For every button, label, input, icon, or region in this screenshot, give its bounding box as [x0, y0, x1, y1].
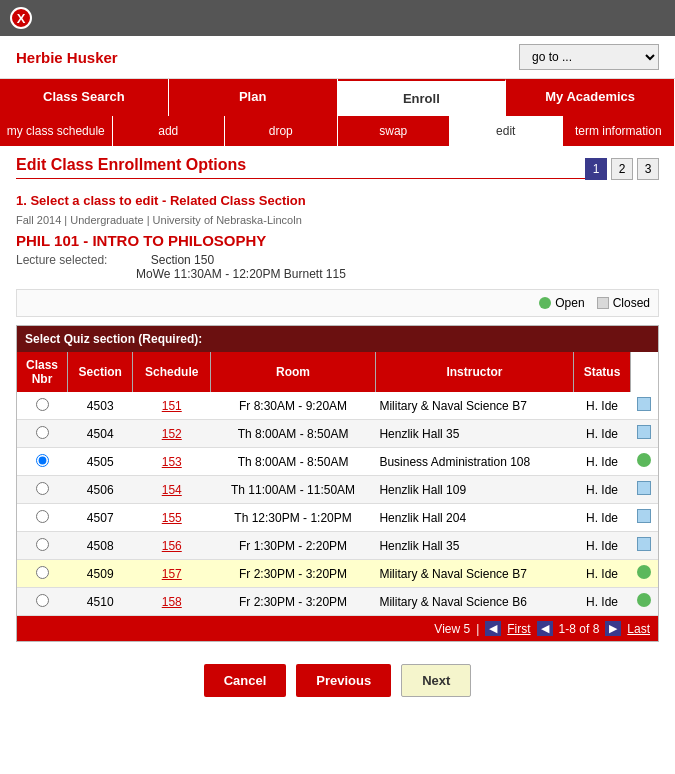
cell-status — [630, 476, 658, 504]
previous-button[interactable]: Previous — [296, 664, 391, 697]
open-status-icon — [637, 565, 651, 579]
content-area: Edit Class Enrollment Options 1 2 3 1. S… — [0, 146, 675, 652]
next-page-icon[interactable]: ▶ — [605, 621, 621, 636]
cell-schedule: Fr 1:30PM - 2:20PM — [211, 532, 376, 560]
cell-instructor: H. Ide — [573, 504, 630, 532]
step-1[interactable]: 1 — [585, 158, 607, 180]
cell-instructor: H. Ide — [573, 560, 630, 588]
section-link[interactable]: 152 — [162, 427, 182, 441]
cell-status — [630, 588, 658, 616]
table-row: 4506154Th 11:00AM - 11:50AMHenzlik Hall … — [17, 476, 658, 504]
closed-status-icon — [637, 397, 651, 411]
lecture-label: Lecture selected: — [16, 253, 107, 267]
subtab-my-class-schedule[interactable]: my class schedule — [0, 116, 113, 146]
next-button[interactable]: Next — [401, 664, 471, 697]
bottom-bar: Cancel Previous Next — [0, 652, 675, 709]
section-info: Section 150 — [151, 253, 214, 267]
cell-room: Military & Naval Science B7 — [375, 392, 573, 420]
view5-label[interactable]: View 5 — [434, 622, 470, 636]
tab-plan[interactable]: Plan — [169, 79, 338, 116]
section-radio[interactable] — [36, 482, 49, 495]
cell-schedule: Fr 8:30AM - 9:20AM — [211, 392, 376, 420]
subtab-term-information[interactable]: term information — [563, 116, 676, 146]
table-row: 4504152Th 8:00AM - 8:50AMHenzlik Hall 35… — [17, 420, 658, 448]
close-button[interactable]: X — [10, 7, 32, 29]
section-link[interactable]: 155 — [162, 511, 182, 525]
cell-schedule: Th 8:00AM - 8:50AM — [211, 448, 376, 476]
first-label[interactable]: First — [507, 622, 530, 636]
section-link[interactable]: 156 — [162, 539, 182, 553]
cell-schedule: Fr 2:30PM - 3:20PM — [211, 560, 376, 588]
first-page-icon[interactable]: ◀ — [485, 621, 501, 636]
cell-room: Henzlik Hall 35 — [375, 420, 573, 448]
cell-instructor: H. Ide — [573, 588, 630, 616]
cell-room: Business Administration 108 — [375, 448, 573, 476]
cancel-button[interactable]: Cancel — [204, 664, 287, 697]
table-footer: View 5 | ◀ First ◀ 1-8 of 8 ▶ Last — [17, 616, 658, 641]
legend-bar: Open Closed — [16, 289, 659, 317]
legend-open-label: Open — [555, 296, 584, 310]
subtab-edit[interactable]: edit — [450, 116, 563, 146]
cell-status — [630, 392, 658, 420]
cell-room: Military & Naval Science B7 — [375, 560, 573, 588]
step-instruction: 1. Select a class to edit - Related Clas… — [16, 193, 659, 208]
section-link[interactable]: 157 — [162, 567, 182, 581]
cell-class-nbr: 4509 — [68, 560, 133, 588]
table-row: 4503151Fr 8:30AM - 9:20AMMilitary & Nava… — [17, 392, 658, 420]
cell-status — [630, 560, 658, 588]
section-radio[interactable] — [36, 566, 49, 579]
step-indicators: 1 2 3 — [585, 158, 659, 180]
user-name: Herbie Husker — [16, 49, 118, 66]
section-link[interactable]: 153 — [162, 455, 182, 469]
cell-status — [630, 532, 658, 560]
sub-tabs: my class schedule add drop swap edit ter… — [0, 116, 675, 146]
table-row: 4510158Fr 2:30PM - 3:20PMMilitary & Nava… — [17, 588, 658, 616]
cell-class-nbr: 4505 — [68, 448, 133, 476]
section-radio[interactable] — [36, 538, 49, 551]
page-range: 1-8 of 8 — [559, 622, 600, 636]
section-radio[interactable] — [36, 594, 49, 607]
col-class-nbr: ClassNbr — [17, 352, 68, 392]
cell-room: Henzlik Hall 204 — [375, 504, 573, 532]
section-radio[interactable] — [36, 426, 49, 439]
goto-select[interactable]: go to ... Class Search Plan Enroll My Ac… — [519, 44, 659, 70]
legend-closed-label: Closed — [613, 296, 650, 310]
step-2[interactable]: 2 — [611, 158, 633, 180]
section-radio[interactable] — [36, 510, 49, 523]
closed-status-icon — [637, 509, 651, 523]
sections-table: ClassNbr Section Schedule Room Instructo… — [17, 352, 658, 616]
breadcrumb: Fall 2014 | Undergraduate | University o… — [16, 214, 659, 226]
title-bar: X — [0, 0, 675, 36]
cell-instructor: H. Ide — [573, 532, 630, 560]
nav-tabs: Class Search Plan Enroll My Academics — [0, 79, 675, 116]
prev-page-icon[interactable]: ◀ — [537, 621, 553, 636]
cell-class-nbr: 4504 — [68, 420, 133, 448]
table-row: 4508156Fr 1:30PM - 2:20PMHenzlik Hall 35… — [17, 532, 658, 560]
col-schedule: Schedule — [133, 352, 211, 392]
step-3[interactable]: 3 — [637, 158, 659, 180]
cell-schedule: Th 11:00AM - 11:50AM — [211, 476, 376, 504]
tab-my-academics[interactable]: My Academics — [506, 79, 675, 116]
col-status: Status — [573, 352, 630, 392]
cell-room: Henzlik Hall 109 — [375, 476, 573, 504]
lecture-info: Lecture selected: Section 150 MoWe 11:30… — [16, 253, 659, 281]
cell-class-nbr: 4510 — [68, 588, 133, 616]
last-label[interactable]: Last — [627, 622, 650, 636]
quiz-section-table: Select Quiz section (Required): ClassNbr… — [16, 325, 659, 642]
cell-class-nbr: 4508 — [68, 532, 133, 560]
page-title: Edit Class Enrollment Options — [16, 156, 585, 179]
course-title: PHIL 101 - INTRO TO PHILOSOPHY — [16, 232, 659, 249]
tab-enroll[interactable]: Enroll — [338, 79, 507, 116]
subtab-add[interactable]: add — [113, 116, 226, 146]
cell-instructor: H. Ide — [573, 420, 630, 448]
quiz-section-header: Select Quiz section (Required): — [17, 326, 658, 352]
section-link[interactable]: 151 — [162, 399, 182, 413]
section-link[interactable]: 154 — [162, 483, 182, 497]
subtab-swap[interactable]: swap — [338, 116, 451, 146]
section-radio[interactable] — [36, 398, 49, 411]
section-link[interactable]: 158 — [162, 595, 182, 609]
col-section: Section — [68, 352, 133, 392]
section-radio[interactable] — [36, 454, 49, 467]
subtab-drop[interactable]: drop — [225, 116, 338, 146]
tab-class-search[interactable]: Class Search — [0, 79, 169, 116]
